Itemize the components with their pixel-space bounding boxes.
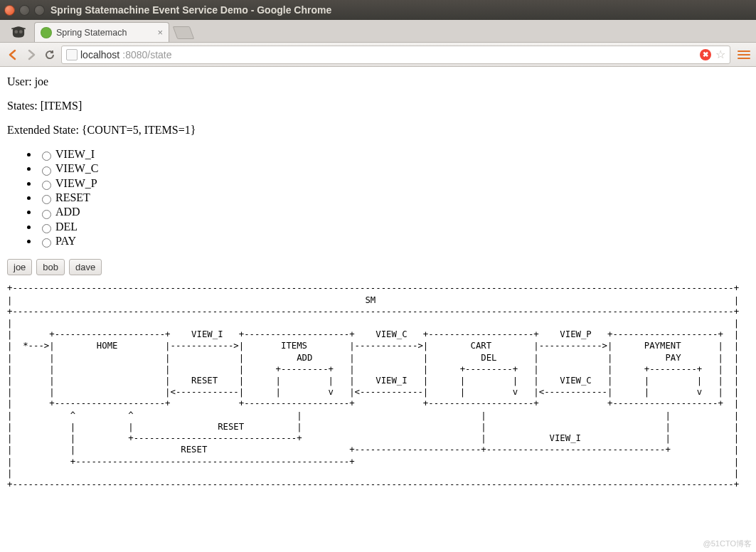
event-radio-list: VIEW_I VIEW_C VIEW_P RESET ADD DEL PAY (7, 148, 749, 248)
spring-favicon-icon (41, 27, 52, 38)
list-item: ADD (38, 206, 749, 218)
extended-state-line: Extended State: {COUNT=5, ITEMS=1} (7, 124, 749, 137)
back-button[interactable] (6, 48, 20, 62)
reload-button[interactable] (43, 48, 57, 62)
incognito-icon (3, 19, 34, 42)
user-joe-button[interactable]: joe (7, 259, 32, 275)
user-bob-button[interactable]: bob (36, 259, 65, 275)
user-line: User: joe (7, 75, 749, 88)
radio-reset[interactable] (42, 195, 51, 204)
radio-label: ADD (55, 206, 80, 218)
radio-label: VIEW_C (55, 162, 98, 174)
browser-tab[interactable]: Spring Statemach × (34, 22, 169, 42)
forward-button (24, 48, 38, 62)
window-title: Spring Statemachine Event Service Demo -… (50, 4, 331, 16)
chrome-menu-icon[interactable] (738, 51, 750, 59)
window-title-bar: Spring Statemachine Event Service Demo -… (0, 0, 756, 20)
list-item: DEL (38, 221, 749, 233)
radio-pay[interactable] (42, 238, 51, 248)
tab-close-icon[interactable]: × (157, 27, 163, 38)
url-host: localhost (80, 49, 119, 60)
omnibox-actions: ✖ ☆ (700, 48, 725, 61)
browser-tab-strip: Spring Statemach × (0, 20, 756, 43)
list-item: VIEW_I (38, 148, 749, 161)
page-content: User: joe States: [ITEMS] Extended State… (0, 67, 756, 504)
radio-view-c[interactable] (42, 166, 51, 176)
user-buttons: joe bob dave (7, 259, 749, 275)
window-maximize-button[interactable] (34, 5, 45, 16)
window-minimize-button[interactable] (19, 5, 30, 16)
tab-title: Spring Statemach (56, 28, 127, 38)
radio-view-i[interactable] (42, 152, 51, 161)
new-tab-button[interactable] (173, 26, 195, 39)
url-path: :8080/state (122, 49, 171, 60)
list-item: VIEW_P (38, 177, 749, 190)
radio-view-p[interactable] (42, 181, 51, 190)
list-item: RESET (38, 191, 749, 204)
window-close-button[interactable] (4, 5, 15, 16)
adblock-icon[interactable]: ✖ (700, 49, 711, 60)
svg-point-0 (14, 30, 18, 33)
radio-label: RESET (55, 191, 90, 203)
browser-toolbar: localhost:8080/state ✖ ☆ (0, 43, 756, 67)
bookmark-star-icon[interactable]: ☆ (715, 48, 725, 61)
states-line: States: [ITEMS] (7, 100, 749, 112)
page-icon (66, 49, 78, 60)
list-item: VIEW_C (38, 162, 749, 175)
window-controls (4, 5, 45, 16)
statemachine-ascii-diagram: +---------------------------------------… (7, 282, 749, 490)
radio-label: DEL (55, 221, 78, 233)
radio-label: VIEW_I (55, 148, 95, 160)
list-item: PAY (38, 235, 749, 248)
radio-del[interactable] (42, 224, 51, 233)
radio-label: VIEW_P (55, 177, 97, 189)
address-bar[interactable]: localhost:8080/state ✖ ☆ (61, 46, 730, 64)
user-dave-button[interactable]: dave (69, 259, 102, 275)
radio-label: PAY (55, 235, 76, 247)
svg-point-1 (19, 30, 23, 33)
radio-add[interactable] (42, 210, 51, 219)
